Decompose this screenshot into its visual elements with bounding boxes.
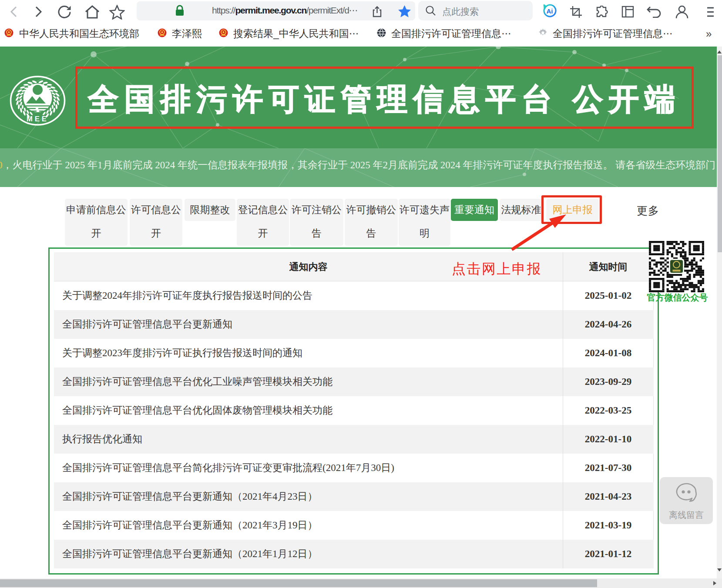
svg-text:Ai: Ai [547,7,553,15]
svg-text:MEE: MEE [27,115,49,123]
